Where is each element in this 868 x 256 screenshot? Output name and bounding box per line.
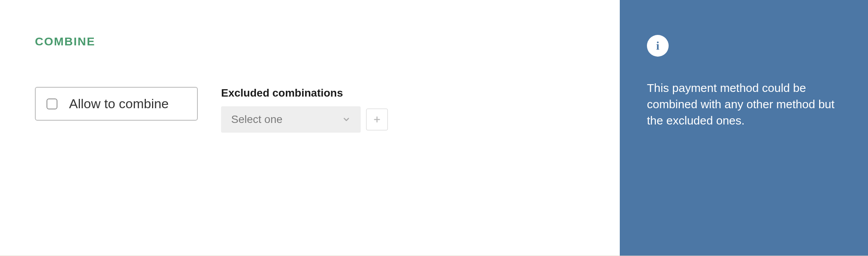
select-placeholder: Select one bbox=[231, 113, 282, 126]
info-icon: i bbox=[647, 35, 669, 57]
excluded-combinations-label: Excluded combinations bbox=[221, 87, 388, 99]
info-i-glyph: i bbox=[656, 39, 659, 52]
checkbox-label: Allow to combine bbox=[69, 96, 169, 111]
settings-panel: COMBINE Allow to combine Excluded combin… bbox=[0, 0, 868, 256]
main-panel: COMBINE Allow to combine Excluded combin… bbox=[0, 0, 620, 256]
section-title: COMBINE bbox=[35, 35, 585, 48]
excluded-combinations-select[interactable]: Select one bbox=[221, 106, 361, 133]
select-row: Select one bbox=[221, 106, 388, 133]
excluded-combinations-group: Excluded combinations Select one bbox=[221, 87, 388, 133]
add-excluded-button[interactable] bbox=[366, 109, 388, 130]
checkbox-box-icon bbox=[47, 99, 57, 109]
plus-icon bbox=[373, 115, 381, 124]
controls-row: Allow to combine Excluded combinations S… bbox=[35, 87, 585, 133]
allow-combine-checkbox[interactable]: Allow to combine bbox=[35, 87, 198, 121]
info-text: This payment method could be combined wi… bbox=[647, 80, 841, 129]
chevron-down-icon bbox=[342, 115, 351, 124]
info-panel: i This payment method could be combined … bbox=[620, 0, 868, 256]
